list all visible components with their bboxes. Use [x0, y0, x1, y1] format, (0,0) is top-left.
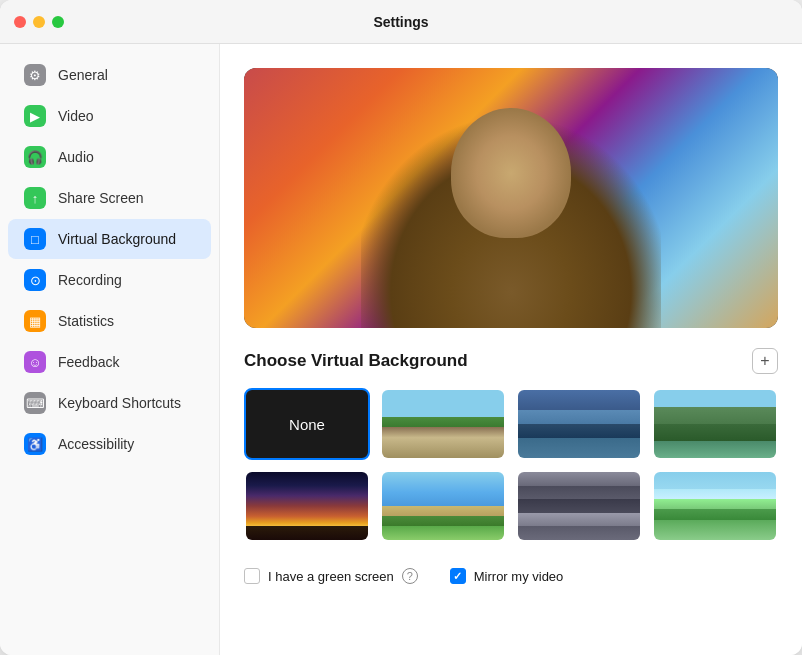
video-preview: [244, 68, 778, 328]
bg-rainbow[interactable]: [652, 470, 778, 542]
background-grid: None: [244, 388, 778, 542]
sidebar-item-audio[interactable]: 🎧Audio: [8, 137, 211, 177]
keyboard-shortcuts-icon: ⌨: [24, 392, 46, 414]
bg-lake-preview: [518, 390, 640, 458]
bg-none[interactable]: None: [244, 388, 370, 460]
sidebar-label-keyboard-shortcuts: Keyboard Shortcuts: [58, 395, 181, 411]
bg-forest-preview: [654, 390, 776, 458]
share-screen-icon: ↑: [24, 187, 46, 209]
person-head: [451, 108, 571, 238]
main-content: Choose Virtual Background + None: [220, 44, 802, 655]
sidebar-item-virtual-background[interactable]: □Virtual Background: [8, 219, 211, 259]
bg-urban-preview: [518, 472, 640, 540]
preview-background: [244, 68, 778, 328]
choose-bg-header: Choose Virtual Background +: [244, 348, 778, 374]
sidebar-label-general: General: [58, 67, 108, 83]
green-screen-help-icon[interactable]: ?: [402, 568, 418, 584]
bg-park-preview: [382, 390, 504, 458]
bg-urban[interactable]: [516, 470, 642, 542]
green-screen-checkbox[interactable]: [244, 568, 260, 584]
audio-icon: 🎧: [24, 146, 46, 168]
bottom-options: I have a green screen ? Mirror my video: [244, 560, 778, 584]
minimize-button[interactable]: [33, 16, 45, 28]
sidebar: ⚙General▶Video🎧Audio↑Share Screen□Virtua…: [0, 44, 220, 655]
sidebar-label-recording: Recording: [58, 272, 122, 288]
bg-forest[interactable]: [652, 388, 778, 460]
sidebar-label-share-screen: Share Screen: [58, 190, 144, 206]
sidebar-item-recording[interactable]: ⊙Recording: [8, 260, 211, 300]
add-background-button[interactable]: +: [752, 348, 778, 374]
sidebar-label-audio: Audio: [58, 149, 94, 165]
sidebar-item-statistics[interactable]: ▦Statistics: [8, 301, 211, 341]
green-screen-option[interactable]: I have a green screen ?: [244, 568, 418, 584]
sidebar-label-statistics: Statistics: [58, 313, 114, 329]
recording-icon: ⊙: [24, 269, 46, 291]
accessibility-icon: ♿: [24, 433, 46, 455]
green-screen-label: I have a green screen: [268, 569, 394, 584]
bg-lake[interactable]: [516, 388, 642, 460]
sidebar-item-video[interactable]: ▶Video: [8, 96, 211, 136]
general-icon: ⚙: [24, 64, 46, 86]
person-overlay: [361, 88, 661, 328]
bg-rainbow-preview: [654, 472, 776, 540]
window-title: Settings: [373, 14, 428, 30]
mirror-video-option[interactable]: Mirror my video: [450, 568, 564, 584]
content-area: ⚙General▶Video🎧Audio↑Share Screen□Virtua…: [0, 44, 802, 655]
bg-sunset-preview: [246, 472, 368, 540]
statistics-icon: ▦: [24, 310, 46, 332]
fullscreen-button[interactable]: [52, 16, 64, 28]
feedback-icon: ☺: [24, 351, 46, 373]
sidebar-item-keyboard-shortcuts[interactable]: ⌨Keyboard Shortcuts: [8, 383, 211, 423]
sidebar-item-accessibility[interactable]: ♿Accessibility: [8, 424, 211, 464]
choose-bg-title: Choose Virtual Background: [244, 351, 468, 371]
bg-beach[interactable]: [380, 470, 506, 542]
traffic-lights: [14, 16, 64, 28]
bg-beach-preview: [382, 472, 504, 540]
bg-park[interactable]: [380, 388, 506, 460]
mirror-video-label: Mirror my video: [474, 569, 564, 584]
video-icon: ▶: [24, 105, 46, 127]
mirror-video-checkbox[interactable]: [450, 568, 466, 584]
sidebar-item-general[interactable]: ⚙General: [8, 55, 211, 95]
sidebar-item-share-screen[interactable]: ↑Share Screen: [8, 178, 211, 218]
sidebar-label-video: Video: [58, 108, 94, 124]
sidebar-label-virtual-background: Virtual Background: [58, 231, 176, 247]
sidebar-label-feedback: Feedback: [58, 354, 119, 370]
sidebar-label-accessibility: Accessibility: [58, 436, 134, 452]
bg-sunset[interactable]: [244, 470, 370, 542]
virtual-background-icon: □: [24, 228, 46, 250]
settings-window: Settings ⚙General▶Video🎧Audio↑Share Scre…: [0, 0, 802, 655]
sidebar-item-feedback[interactable]: ☺Feedback: [8, 342, 211, 382]
titlebar: Settings: [0, 0, 802, 44]
close-button[interactable]: [14, 16, 26, 28]
